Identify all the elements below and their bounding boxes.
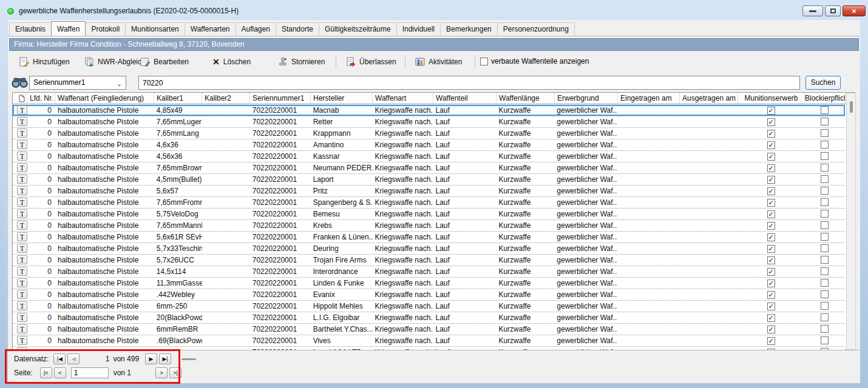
close-button[interactable]: ✕ — [843, 5, 866, 16]
type-marker-button[interactable]: T — [17, 301, 27, 310]
tab-individuell[interactable]: Individuell — [396, 22, 441, 36]
type-marker-button[interactable]: T — [17, 163, 27, 172]
stornieren-button[interactable]: Stornieren — [276, 55, 327, 69]
hinzufuegen-button[interactable]: Hinzufügen — [17, 55, 72, 69]
last-page-button[interactable]: >| — [169, 367, 181, 378]
tab-waffen[interactable]: Waffen — [51, 21, 86, 36]
blockierpflicht-checkbox[interactable] — [821, 141, 829, 149]
blockierpflicht-checkbox[interactable] — [821, 210, 829, 218]
previous-page-button[interactable]: < — [54, 367, 66, 378]
blockierpflicht-checkbox[interactable] — [821, 336, 829, 344]
suchen-button[interactable]: Suchen — [805, 76, 841, 90]
column-header-waffenteil[interactable]: Waffenteil — [433, 93, 497, 104]
blockierpflicht-checkbox[interactable] — [821, 256, 829, 264]
next-record-button[interactable]: ▶ — [145, 353, 157, 364]
blockierpflicht-checkbox[interactable] — [821, 267, 829, 275]
table-row[interactable]: T0halbautomatische Pistole6mm-2507022022… — [13, 301, 845, 312]
tab-erlaubnis[interactable]: Erlaubnis — [9, 22, 52, 36]
type-marker-button[interactable]: T — [17, 278, 27, 287]
blockierpflicht-checkbox[interactable] — [821, 313, 829, 321]
column-header-lfd-nr[interactable]: Lfd. Nr. — [27, 93, 55, 104]
type-marker-button[interactable]: T — [17, 313, 27, 322]
munitionserwerb-checkbox[interactable]: ✓ — [767, 141, 775, 149]
blockierpflicht-checkbox[interactable] — [821, 221, 829, 229]
type-marker-button[interactable]: T — [17, 336, 27, 345]
table-row[interactable]: T0halbautomatische Pistole4,56x367022022… — [13, 151, 845, 162]
blockierpflicht-checkbox[interactable] — [821, 233, 829, 241]
munitionserwerb-checkbox[interactable]: ✓ — [767, 210, 775, 218]
munitionserwerb-checkbox[interactable]: ✓ — [767, 176, 775, 184]
type-marker-button[interactable]: T — [17, 117, 27, 126]
table-row[interactable]: T0halbautomatische Pistole14,5x114702202… — [13, 266, 845, 278]
munitionserwerb-checkbox[interactable]: ✓ — [767, 233, 775, 241]
tab-personenzuordnung[interactable]: Personenzuordnung — [497, 22, 575, 36]
munitionserwerb-checkbox[interactable]: ✓ — [767, 222, 775, 230]
tab-gueltigkeitszeitraeume[interactable]: Gültigkeitszeiträume — [319, 22, 397, 36]
munitionserwerb-checkbox[interactable]: ✓ — [767, 130, 775, 138]
munitionserwerb-checkbox[interactable]: ✓ — [767, 256, 775, 264]
column-header-munitionserwerb[interactable]: Munitionserwerb — [738, 93, 805, 104]
column-header-icon[interactable] — [13, 93, 27, 104]
blockierpflicht-checkbox[interactable] — [821, 279, 829, 287]
table-row[interactable]: T0halbautomatische Pistole4,85x497022022… — [13, 105, 845, 116]
table-row[interactable]: T0halbautomatische Pistole7,65mmFrommer7… — [13, 197, 845, 209]
type-marker-button[interactable]: T — [17, 140, 27, 149]
verbaute-waffenteile-checkbox[interactable]: verbaute Waffenteile anzeigen — [480, 57, 589, 65]
column-header-seriennummer1[interactable]: Seriennummer1 — [250, 93, 311, 104]
blockierpflicht-checkbox[interactable] — [821, 152, 829, 160]
type-marker-button[interactable]: T — [17, 255, 27, 264]
previous-record-button[interactable]: ◀ — [67, 353, 80, 364]
loeschen-button[interactable]: ✕ Löschen — [210, 55, 253, 69]
tab-standorte[interactable]: Standorte — [276, 22, 319, 36]
munitionserwerb-checkbox[interactable]: ✓ — [767, 245, 775, 253]
column-header-waffenlaenge[interactable]: Waffenlänge — [497, 93, 555, 104]
column-header-blockierpflicht[interactable]: Blockierpflicht — [805, 93, 846, 104]
table-row[interactable]: T0halbautomatische Pistole20(BlackPowder… — [13, 312, 845, 324]
munitionserwerb-checkbox[interactable]: ✓ — [767, 314, 775, 322]
page-input[interactable] — [71, 367, 109, 378]
type-marker-button[interactable]: T — [17, 244, 27, 253]
search-input[interactable] — [138, 76, 800, 90]
search-field-selector[interactable]: Seriennummer1 ⌄ — [29, 76, 126, 90]
first-page-button[interactable]: |< — [40, 367, 52, 378]
tab-munitionsarten[interactable]: Munitionsarten — [125, 22, 185, 36]
column-header-hersteller[interactable]: Hersteller — [311, 93, 373, 104]
table-row[interactable]: T0halbautomatische Pistole7,65mmLang7022… — [13, 128, 845, 139]
vertical-scrollbar[interactable] — [846, 93, 856, 350]
aktivitaeten-button[interactable]: Aktivitäten — [413, 55, 464, 69]
table-row[interactable]: T0halbautomatische Pistole5,75VeloDog702… — [13, 209, 845, 220]
column-header-waffenart-feingliederung[interactable]: Waffenart (Feingliederung) — [55, 93, 154, 104]
munitionserwerb-checkbox[interactable]: ✓ — [767, 164, 775, 172]
type-marker-button[interactable]: T — [17, 221, 27, 230]
column-header-eingetragen-am[interactable]: Eingetragen am — [618, 93, 680, 104]
maximize-button[interactable] — [825, 5, 841, 16]
blockierpflicht-checkbox[interactable] — [821, 325, 829, 333]
table-row[interactable]: T0halbautomatische Pistole7,65mmBrowning… — [13, 162, 845, 174]
blockierpflicht-checkbox[interactable] — [821, 302, 829, 310]
type-marker-button[interactable]: T — [17, 232, 27, 241]
title-bar[interactable]: gewerbliche Waffenherstellungserlaubnis … — [0, 0, 868, 20]
first-record-button[interactable]: |◀ — [53, 353, 66, 364]
scrollbar-thumb[interactable] — [850, 101, 853, 113]
type-marker-button[interactable]: T — [17, 290, 27, 299]
type-marker-button[interactable]: T — [17, 152, 27, 161]
splitter-handle[interactable] — [181, 358, 196, 360]
column-header-kaliber2[interactable]: Kaliber2 — [202, 93, 250, 104]
table-row[interactable]: T0halbautomatische Pistole5,6x5770220220… — [13, 186, 845, 197]
ueberlassen-button[interactable]: Überlassen — [344, 55, 399, 69]
table-row[interactable]: T0halbautomatische Pistole5,7x33Tesching… — [13, 243, 845, 255]
type-marker-button[interactable]: T — [17, 186, 27, 195]
table-row[interactable]: T0halbautomatische Pistole4,5mm(Bullet)7… — [13, 174, 845, 186]
type-marker-button[interactable]: T — [17, 198, 27, 207]
munitionserwerb-checkbox[interactable]: ✓ — [767, 153, 775, 161]
blockierpflicht-checkbox[interactable] — [821, 106, 829, 114]
next-page-button[interactable]: > — [155, 367, 168, 378]
table-row[interactable]: T0halbautomatische Pistole.442Webley7022… — [13, 289, 845, 301]
munitionserwerb-checkbox[interactable]: ✓ — [767, 187, 775, 195]
table-row[interactable]: T0halbautomatische Pistole5,7x26UCC70220… — [13, 255, 845, 266]
table-row[interactable]: T0halbautomatische Pistole7,65mmMannl702… — [13, 220, 845, 232]
munitionserwerb-checkbox[interactable]: ✓ — [767, 279, 775, 287]
column-header-waffenart[interactable]: Waffenart — [373, 93, 433, 104]
tab-waffenarten[interactable]: Waffenarten — [185, 22, 236, 36]
blockierpflicht-checkbox[interactable] — [821, 244, 829, 252]
